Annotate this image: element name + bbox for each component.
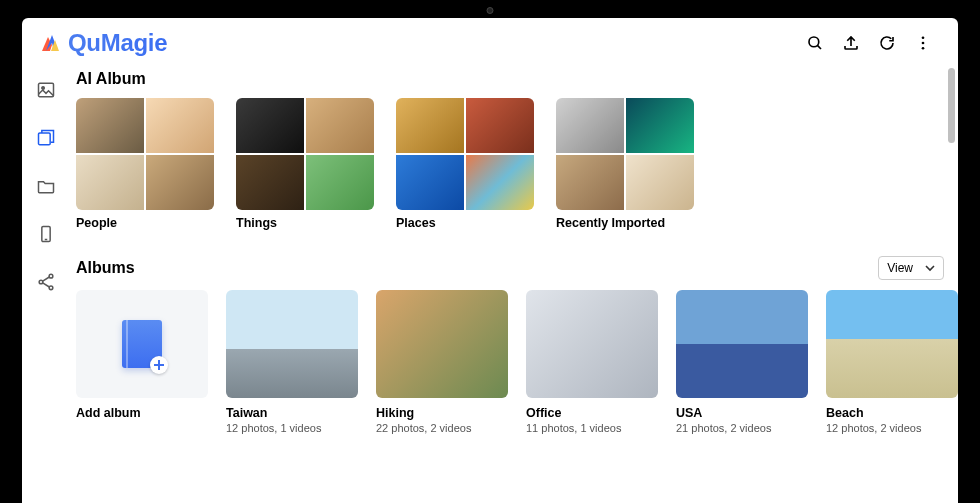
album-thumb [676,290,808,398]
album-meta: 21 photos, 2 videos [676,422,808,434]
svg-line-13 [43,277,50,281]
search-icon[interactable] [806,34,824,52]
svg-point-4 [922,47,925,50]
ai-album-label: Places [396,216,534,230]
add-album-label: Add album [76,406,208,420]
upload-icon[interactable] [842,34,860,52]
svg-point-3 [922,42,925,45]
camera-notch [487,7,494,14]
album-card[interactable]: Taiwan 12 photos, 1 videos [226,290,358,434]
add-album-icon [122,320,162,368]
sidebar-item-photos[interactable] [36,80,56,100]
album-thumb [226,290,358,398]
ai-album-recent[interactable]: Recently Imported [556,98,694,230]
ai-album-things[interactable]: Things [236,98,374,230]
view-dropdown-label: View [887,261,913,275]
view-dropdown[interactable]: View [878,256,944,280]
album-title: Hiking [376,406,508,420]
svg-point-6 [42,87,45,90]
album-thumb [376,290,508,398]
svg-line-1 [817,45,821,49]
album-meta: 11 photos, 1 videos [526,422,658,434]
more-icon[interactable] [914,34,932,52]
logo-mark-icon [38,31,62,55]
sidebar-item-folders[interactable] [36,176,56,196]
svg-line-14 [43,283,50,287]
albums-heading: Albums [76,259,135,277]
svg-point-10 [49,274,53,278]
album-title: Office [526,406,658,420]
ai-album-people[interactable]: People [76,98,214,230]
album-meta: 12 photos, 1 videos [226,422,358,434]
top-bar: QuMagie [22,18,958,66]
svg-rect-5 [39,83,54,96]
ai-album-label: People [76,216,214,230]
sidebar-item-share[interactable] [36,272,56,292]
album-thumb [826,290,958,398]
album-thumb [526,290,658,398]
refresh-icon[interactable] [878,34,896,52]
toolbar [806,34,942,52]
svg-point-0 [809,37,819,47]
album-title: Taiwan [226,406,358,420]
app-title: QuMagie [68,29,167,57]
main-content: AI Album People Things Places [70,66,958,503]
ai-album-label: Things [236,216,374,230]
album-meta: 12 photos, 2 videos [826,422,958,434]
svg-point-12 [49,286,53,290]
svg-point-2 [922,36,925,39]
sidebar-item-device[interactable] [36,224,56,244]
ai-album-heading: AI Album [76,70,944,88]
sidebar-item-albums[interactable] [36,128,56,148]
chevron-down-icon [925,263,935,273]
plus-icon [153,359,165,371]
album-card[interactable]: Hiking 22 photos, 2 videos [376,290,508,434]
ai-album-label: Recently Imported [556,216,694,230]
album-title: Beach [826,406,958,420]
scrollbar[interactable] [948,68,955,143]
ai-album-places[interactable]: Places [396,98,534,230]
app-logo[interactable]: QuMagie [38,29,167,57]
add-album-card[interactable]: Add album [76,290,208,434]
album-title: USA [676,406,808,420]
svg-point-11 [39,280,43,284]
album-card[interactable]: USA 21 photos, 2 videos [676,290,808,434]
album-card[interactable]: Beach 12 photos, 2 videos [826,290,958,434]
album-meta: 22 photos, 2 videos [376,422,508,434]
svg-rect-7 [39,133,51,145]
album-card[interactable]: Office 11 photos, 1 videos [526,290,658,434]
sidebar [22,66,70,503]
